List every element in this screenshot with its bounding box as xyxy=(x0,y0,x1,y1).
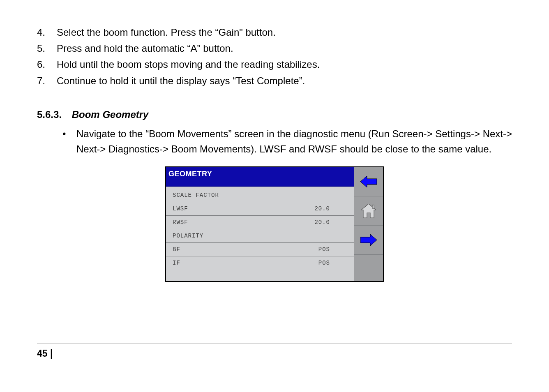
if-value: POS xyxy=(318,260,330,266)
section-heading: 5.6.3. Boom Geometry xyxy=(37,109,512,120)
svg-marker-3 xyxy=(360,234,377,246)
section-bullets: Navigate to the “Boom Movements” screen … xyxy=(37,126,512,157)
scale-factor-label: SCALE FACTOR xyxy=(166,187,354,202)
bf-label: BF xyxy=(173,246,180,253)
rwsf-row: RWSF 20.0 xyxy=(166,216,354,229)
if-label: IF xyxy=(173,260,180,266)
instruction-steps: 4.Select the boom function. Press the “G… xyxy=(37,25,512,88)
step-6: 6.Hold until the boom stops moving and t… xyxy=(37,57,512,72)
screen-title: GEOMETRY xyxy=(166,167,354,187)
home-button[interactable] xyxy=(354,196,383,226)
step-4: 4.Select the boom function. Press the “G… xyxy=(37,25,512,40)
rwsf-value: 20.0 xyxy=(314,219,330,226)
section-number: 5.6.3. xyxy=(37,109,62,120)
lwsf-label: LWSF xyxy=(173,205,188,212)
lwsf-row: LWSF 20.0 xyxy=(166,202,354,216)
if-row: IF POS xyxy=(166,256,354,270)
forward-arrow-icon xyxy=(360,234,377,246)
svg-rect-2 xyxy=(372,205,374,208)
bf-row: BF POS xyxy=(166,243,354,256)
side-empty xyxy=(354,255,383,281)
side-buttons xyxy=(354,167,383,281)
step-7: 7.Continue to hold it until the display … xyxy=(37,73,512,88)
lwsf-value: 20.0 xyxy=(314,205,330,212)
svg-marker-0 xyxy=(360,176,377,187)
step-5: 5.Press and hold the automatic “A” butto… xyxy=(37,41,512,56)
next-button[interactable] xyxy=(354,226,383,255)
home-icon xyxy=(361,204,376,218)
geometry-screen: GEOMETRY SCALE FACTOR LWSF 20.0 RWSF 20.… xyxy=(165,166,384,282)
back-arrow-icon xyxy=(360,176,377,187)
page-footer: 45 | xyxy=(37,344,512,359)
bf-value: POS xyxy=(318,246,330,253)
page-number: 45 | xyxy=(37,348,53,359)
polarity-label: POLARITY xyxy=(166,229,354,243)
back-button[interactable] xyxy=(354,167,383,196)
section-title: Boom Geometry xyxy=(72,109,149,120)
rwsf-label: RWSF xyxy=(173,219,188,226)
bullet-navigate: Navigate to the “Boom Movements” screen … xyxy=(76,126,512,157)
